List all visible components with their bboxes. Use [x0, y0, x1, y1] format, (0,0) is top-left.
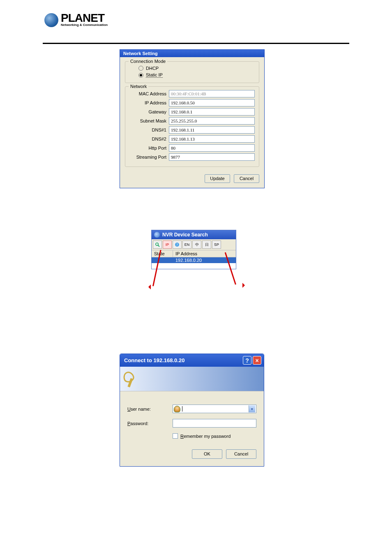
- connect-title-text: Connect to 192.168.0.20: [124, 357, 242, 363]
- nvr-ip-button[interactable]: IP: [163, 240, 172, 249]
- nvr-list-row-selected[interactable]: 192.168.0.20: [152, 257, 236, 263]
- http-port-input[interactable]: [169, 144, 255, 152]
- network-legend: Network: [129, 84, 148, 89]
- remember-password-label: Remember my password: [180, 434, 231, 439]
- gateway-input[interactable]: [169, 108, 255, 116]
- dhcp-label: DHCP: [146, 66, 159, 71]
- search-icon: [155, 242, 160, 247]
- checkbox-unchecked-icon: [173, 433, 178, 439]
- nvr-lang-sp-button[interactable]: SP: [212, 240, 221, 249]
- radio-checked-icon: [138, 73, 143, 78]
- connect-title-bar: Connect to 192.168.0.20 ? ×: [120, 354, 264, 367]
- static-ip-label: Static IP: [146, 72, 163, 78]
- dns1-input[interactable]: [169, 126, 255, 134]
- subnet-mask-label: Subnet Mask: [129, 118, 166, 123]
- http-port-label: Http Port: [129, 146, 166, 150]
- nvr-device-search-window: NVR Device Search IP ? EN 中 日 SP State I…: [151, 230, 236, 269]
- ip-address-input[interactable]: [169, 99, 255, 106]
- nvr-lang-cn-button[interactable]: 中: [192, 240, 201, 249]
- connect-close-button[interactable]: ×: [253, 356, 261, 365]
- nvr-help-button[interactable]: ?: [173, 240, 182, 249]
- brand-text: PLANET Networking & Communication: [61, 14, 108, 26]
- dhcp-radio[interactable]: DHCP: [129, 65, 255, 72]
- network-fieldset: Network MAC Address IP Address Gateway S…: [125, 86, 259, 167]
- connect-dialog: Connect to 192.168.0.20 ? × User name: ▾…: [120, 354, 264, 467]
- network-setting-title: Network Setting: [120, 50, 264, 57]
- keys-icon: [123, 370, 141, 388]
- cancel-button[interactable]: Cancel: [234, 174, 259, 183]
- svg-text:?: ?: [176, 243, 178, 247]
- dns2-input[interactable]: [169, 135, 255, 143]
- streaming-port-input[interactable]: [169, 153, 255, 161]
- nvr-title-bar: NVR Device Search: [152, 230, 236, 239]
- nvr-col-state[interactable]: State: [152, 250, 173, 257]
- nvr-list-header: State IP Address: [152, 250, 236, 257]
- nvr-lang-jp-button[interactable]: 日: [202, 240, 211, 249]
- nvr-list-empty-area: [152, 263, 236, 269]
- annotation-arrow-left: [140, 286, 141, 287]
- nvr-title-text: NVR Device Search: [162, 232, 208, 238]
- password-field[interactable]: [173, 419, 256, 428]
- update-button[interactable]: Update: [205, 174, 230, 183]
- username-field[interactable]: ▾: [173, 405, 256, 413]
- connection-mode-legend: Connection Mode: [129, 59, 167, 64]
- svg-line-1: [158, 245, 160, 247]
- connect-help-button[interactable]: ?: [243, 356, 251, 365]
- svg-point-0: [156, 243, 158, 245]
- dns1-label: DNS#1: [129, 127, 166, 132]
- brand-tagline: Networking & Communication: [61, 23, 108, 27]
- planet-globe-icon: [44, 13, 58, 27]
- brand-name: PLANET: [61, 14, 108, 23]
- username-label: User name:: [127, 407, 173, 412]
- user-icon: [174, 406, 180, 412]
- connection-mode-fieldset: Connection Mode DHCP Static IP: [125, 61, 259, 83]
- nvr-search-button[interactable]: [153, 240, 162, 249]
- network-setting-dialog: Network Setting Connection Mode DHCP Sta…: [120, 49, 265, 188]
- nvr-toolbar: IP ? EN 中 日 SP: [152, 239, 236, 250]
- mac-address-input: [169, 90, 255, 97]
- gateway-label: Gateway: [129, 109, 166, 114]
- streaming-port-label: Streaming Port: [129, 155, 166, 160]
- ip-address-label: IP Address: [129, 100, 166, 105]
- brand-logo: PLANET Networking & Communication: [44, 13, 108, 27]
- connect-banner: [120, 367, 264, 391]
- nvr-lang-en-button[interactable]: EN: [182, 240, 191, 249]
- static-ip-radio[interactable]: Static IP: [129, 72, 255, 79]
- dropdown-icon[interactable]: ▾: [249, 405, 255, 412]
- ok-button[interactable]: OK: [192, 449, 222, 459]
- header-rule: [43, 43, 349, 44]
- help-icon: ?: [175, 242, 180, 247]
- radio-unchecked-icon: [138, 66, 143, 71]
- text-cursor: [182, 406, 182, 412]
- nvr-app-icon: [154, 232, 160, 238]
- password-label: Password:: [127, 421, 173, 426]
- annotation-arrow-right: [243, 284, 244, 285]
- mac-address-label: MAC Address: [129, 91, 166, 96]
- nvr-row-state: [152, 257, 173, 263]
- remember-password-checkbox[interactable]: Remember my password: [173, 433, 256, 439]
- connect-cancel-button[interactable]: Cancel: [226, 449, 256, 459]
- subnet-mask-input[interactable]: [169, 117, 255, 125]
- dns2-label: DNS#2: [129, 136, 166, 141]
